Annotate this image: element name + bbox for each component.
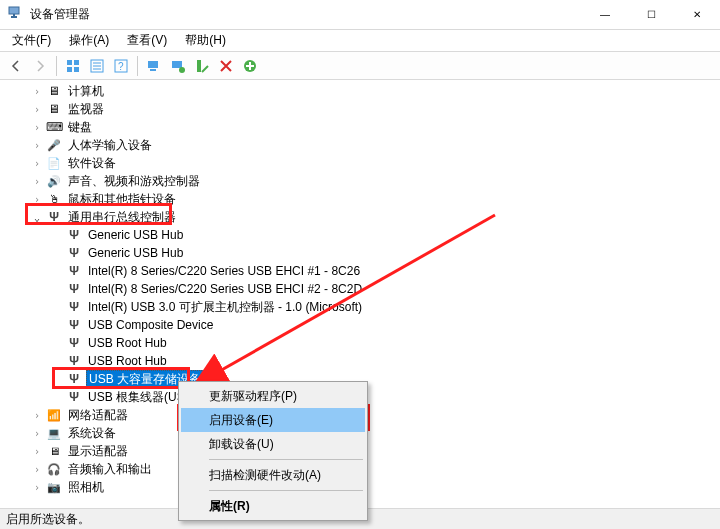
monitor-icon: [46, 101, 62, 117]
device-intel-ehci-1[interactable]: Intel(R) 8 Series/C220 Series USB EHCI #…: [0, 262, 720, 280]
help-button[interactable]: ?: [109, 54, 133, 78]
category-keyboard[interactable]: ›键盘: [0, 118, 720, 136]
properties-button[interactable]: [85, 54, 109, 78]
back-button[interactable]: [4, 54, 28, 78]
app-icon: [8, 5, 24, 24]
expand-icon[interactable]: ›: [30, 408, 44, 422]
menu-properties[interactable]: 属性(R): [181, 494, 365, 518]
menu-action[interactable]: 操作(A): [61, 30, 117, 51]
usb-icon: [66, 371, 82, 387]
menu-file[interactable]: 文件(F): [4, 30, 59, 51]
computer-icon: [46, 83, 62, 99]
window-title: 设备管理器: [30, 6, 90, 23]
svg-rect-3: [67, 60, 72, 65]
usb-icon: [66, 353, 82, 369]
expand-icon[interactable]: ›: [30, 426, 44, 440]
svg-rect-1: [11, 16, 17, 18]
device-usb-root-hub-2[interactable]: USB Root Hub: [0, 352, 720, 370]
menubar: 文件(F) 操作(A) 查看(V) 帮助(H): [0, 30, 720, 52]
expand-icon[interactable]: ›: [30, 120, 44, 134]
maximize-button[interactable]: ☐: [628, 0, 674, 30]
expand-icon[interactable]: ›: [30, 138, 44, 152]
device-generic-usb-hub-2[interactable]: Generic USB Hub: [0, 244, 720, 262]
device-generic-usb-hub-1[interactable]: Generic USB Hub: [0, 226, 720, 244]
svg-rect-15: [172, 61, 182, 68]
svg-point-16: [179, 67, 185, 73]
menu-help[interactable]: 帮助(H): [177, 30, 234, 51]
menu-separator: [209, 490, 363, 491]
usb-icon: [66, 227, 82, 243]
titlebar: 设备管理器 — ☐ ✕: [0, 0, 720, 30]
menu-update-driver[interactable]: 更新驱动程序(P): [181, 384, 365, 408]
svg-rect-17: [197, 60, 201, 72]
category-usb-controllers[interactable]: ⌄通用串行总线控制器: [0, 208, 720, 226]
network-icon: [46, 407, 62, 423]
device-usb-root-hub-1[interactable]: USB Root Hub: [0, 334, 720, 352]
menu-enable-device[interactable]: 启用设备(E): [181, 408, 365, 432]
scan-button[interactable]: [142, 54, 166, 78]
category-computer[interactable]: ›计算机: [0, 82, 720, 100]
device-intel-ehci-2[interactable]: Intel(R) 8 Series/C220 Series USB EHCI #…: [0, 280, 720, 298]
expand-icon[interactable]: ›: [30, 174, 44, 188]
status-text: 启用所选设备。: [6, 511, 90, 528]
menu-properties-label: 属性(R): [209, 498, 250, 515]
device-intel-usb3[interactable]: Intel(R) USB 3.0 可扩展主机控制器 - 1.0 (Microso…: [0, 298, 720, 316]
usb-icon: [46, 209, 62, 225]
hid-icon: [46, 137, 62, 153]
minimize-button[interactable]: —: [582, 0, 628, 30]
window-controls: — ☐ ✕: [582, 0, 720, 30]
titlebar-left: 设备管理器: [8, 5, 90, 24]
system-icon: [46, 425, 62, 441]
context-menu: 更新驱动程序(P) 启用设备(E) 卸载设备(U) 扫描检测硬件改动(A) 属性…: [178, 381, 368, 521]
expand-icon[interactable]: ›: [30, 156, 44, 170]
expand-icon[interactable]: ›: [30, 444, 44, 458]
close-button[interactable]: ✕: [674, 0, 720, 30]
usb-icon: [66, 335, 82, 351]
category-sound[interactable]: ›声音、视频和游戏控制器: [0, 172, 720, 190]
display-icon: [46, 443, 62, 459]
usb-icon: [66, 263, 82, 279]
expand-icon[interactable]: ›: [30, 192, 44, 206]
svg-rect-0: [9, 7, 19, 14]
menu-separator: [209, 459, 363, 460]
usb-icon: [66, 245, 82, 261]
svg-rect-2: [13, 14, 15, 16]
expand-icon[interactable]: ›: [30, 462, 44, 476]
toolbar: ?: [0, 52, 720, 80]
view-options-button[interactable]: [61, 54, 85, 78]
svg-rect-4: [74, 60, 79, 65]
usb-icon: [66, 389, 82, 405]
svg-text:?: ?: [118, 61, 124, 72]
svg-rect-14: [150, 69, 156, 71]
svg-rect-5: [67, 67, 72, 72]
usb-icon: [66, 281, 82, 297]
category-software[interactable]: ›软件设备: [0, 154, 720, 172]
collapse-icon[interactable]: ⌄: [30, 210, 44, 224]
sound-icon: [46, 173, 62, 189]
menu-view[interactable]: 查看(V): [119, 30, 175, 51]
svg-rect-6: [74, 67, 79, 72]
add-legacy-button[interactable]: [238, 54, 262, 78]
category-mouse[interactable]: ›鼠标和其他指针设备: [0, 190, 720, 208]
svg-rect-13: [148, 61, 158, 68]
expand-icon[interactable]: ›: [30, 480, 44, 494]
usb-icon: [66, 317, 82, 333]
keyboard-icon: [46, 119, 62, 135]
menu-scan-hardware[interactable]: 扫描检测硬件改动(A): [181, 463, 365, 487]
camera-icon: [46, 479, 62, 495]
device-usb-composite[interactable]: USB Composite Device: [0, 316, 720, 334]
forward-button[interactable]: [28, 54, 52, 78]
uninstall-button[interactable]: [214, 54, 238, 78]
menu-uninstall-device[interactable]: 卸载设备(U): [181, 432, 365, 456]
audio-icon: [46, 461, 62, 477]
usb-icon: [66, 299, 82, 315]
expand-icon[interactable]: ›: [30, 102, 44, 116]
enable-button[interactable]: [190, 54, 214, 78]
category-hid[interactable]: ›人体学输入设备: [0, 136, 720, 154]
category-monitor[interactable]: ›监视器: [0, 100, 720, 118]
update-driver-button[interactable]: [166, 54, 190, 78]
software-icon: [46, 155, 62, 171]
mouse-icon: [46, 191, 62, 207]
expand-icon[interactable]: ›: [30, 84, 44, 98]
